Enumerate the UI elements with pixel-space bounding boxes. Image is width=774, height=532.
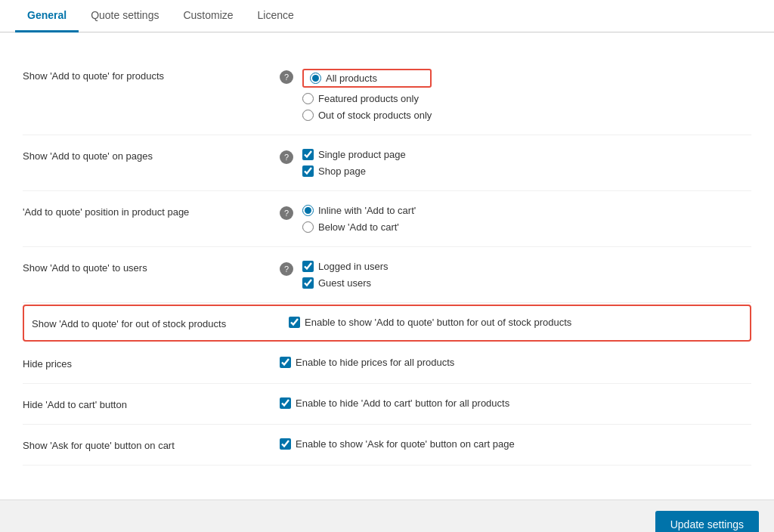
settings-row-show-add-to-quote-out-of-stock: Show 'Add to quote' for out of stock pro… [23, 305, 751, 342]
tab-licence[interactable]: Licence [246, 0, 306, 32]
checkbox-enable-hide-prices[interactable] [280, 357, 291, 368]
page-wrapper: GeneralQuote settingsCustomizeLicence Sh… [0, 0, 774, 532]
settings-row-hide-add-to-cart: Hide 'Add to cart' buttonEnable to hide … [23, 384, 751, 425]
help-icon-show-add-to-quote-pages[interactable]: ? [280, 150, 293, 164]
options-group-hide-add-to-cart: Enable to hide 'Add to cart' button for … [280, 397, 509, 409]
tab-bar: GeneralQuote settingsCustomizeLicence [0, 0, 774, 32]
row-label-show-add-to-quote-products: Show 'Add to quote' for products [23, 69, 280, 82]
options-group-show-add-to-quote-pages: Single product pageShop page [302, 149, 406, 177]
checkbox-guest-users[interactable] [302, 277, 314, 289]
control-area-show-add-to-quote-out-of-stock: Enable to show 'Add to quote' button for… [289, 317, 571, 328]
radio-below-add-to-cart[interactable] [302, 221, 314, 233]
checkbox-shop-page[interactable] [302, 165, 314, 177]
option-enable-out-of-stock[interactable]: Enable to show 'Add to quote' button for… [289, 317, 571, 328]
checkbox-enable-hide-add-to-cart[interactable] [280, 397, 291, 409]
label-below-add-to-cart: Below 'Add to cart' [318, 221, 399, 233]
option-out-of-stock-products[interactable]: Out of stock products only [302, 110, 432, 121]
checkbox-enable-ask-for-quote-cart[interactable] [280, 438, 291, 450]
radio-all-products[interactable] [310, 73, 321, 84]
options-group-show-ask-for-quote-cart: Enable to show 'Ask for quote' button on… [280, 438, 515, 450]
checkbox-enable-out-of-stock[interactable] [289, 317, 300, 328]
control-area-hide-add-to-cart: Enable to hide 'Add to cart' button for … [280, 397, 509, 409]
checkbox-logged-in-users[interactable] [302, 261, 314, 272]
checkbox-single-product-page[interactable] [302, 149, 314, 160]
options-group-show-add-to-quote-out-of-stock: Enable to show 'Add to quote' button for… [289, 317, 571, 328]
footer-bar: Update settings [0, 500, 774, 532]
row-label-show-ask-for-quote-cart: Show 'Ask for quote' button on cart [23, 438, 280, 451]
option-enable-hide-add-to-cart[interactable]: Enable to hide 'Add to cart' button for … [280, 397, 509, 409]
option-below-add-to-cart[interactable]: Below 'Add to cart' [302, 221, 416, 233]
label-guest-users: Guest users [318, 277, 371, 289]
label-enable-out-of-stock: Enable to show 'Add to quote' button for… [305, 317, 571, 328]
option-enable-hide-prices[interactable]: Enable to hide prices for all products [280, 357, 454, 368]
radio-featured-products[interactable] [302, 93, 314, 104]
option-inline-add-to-cart[interactable]: Inline with 'Add to cart' [302, 205, 416, 216]
label-inline-add-to-cart: Inline with 'Add to cart' [318, 205, 416, 216]
label-out-of-stock-products: Out of stock products only [318, 110, 432, 121]
control-area-show-ask-for-quote-cart: Enable to show 'Ask for quote' button on… [280, 438, 515, 450]
radio-out-of-stock-products[interactable] [302, 110, 314, 121]
control-area-show-add-to-quote-users: ?Logged in usersGuest users [280, 261, 389, 289]
option-featured-products[interactable]: Featured products only [302, 93, 432, 104]
option-all-products[interactable]: All products [302, 69, 432, 88]
row-label-show-add-to-quote-users: Show 'Add to quote' to users [23, 261, 280, 274]
control-area-show-add-to-quote-pages: ?Single product pageShop page [280, 149, 406, 177]
label-all-products: All products [326, 73, 377, 84]
help-icon-show-add-to-quote-products[interactable]: ? [280, 70, 293, 84]
options-group-show-add-to-quote-users: Logged in usersGuest users [302, 261, 389, 289]
row-label-show-add-to-quote-out-of-stock: Show 'Add to quote' for out of stock pro… [32, 317, 289, 329]
label-logged-in-users: Logged in users [318, 261, 389, 272]
help-icon-show-add-to-quote-users[interactable]: ? [280, 262, 293, 276]
tab-quote-settings[interactable]: Quote settings [79, 0, 171, 32]
control-area-show-add-to-quote-products: ?All productsFeatured products onlyOut o… [280, 69, 432, 121]
row-label-add-to-quote-position: 'Add to quote' position in product page [23, 205, 280, 218]
update-settings-button[interactable]: Update settings [655, 511, 759, 532]
settings-content: Show 'Add to quote' for products?All pro… [0, 32, 774, 488]
control-area-add-to-quote-position: ?Inline with 'Add to cart'Below 'Add to … [280, 205, 416, 233]
options-group-hide-prices: Enable to hide prices for all products [280, 357, 454, 368]
label-enable-hide-add-to-cart: Enable to hide 'Add to cart' button for … [296, 397, 509, 409]
option-logged-in-users[interactable]: Logged in users [302, 261, 389, 272]
tab-customize[interactable]: Customize [171, 0, 245, 32]
control-area-hide-prices: Enable to hide prices for all products [280, 357, 454, 368]
label-featured-products: Featured products only [318, 93, 419, 104]
radio-inline-add-to-cart[interactable] [302, 205, 314, 216]
settings-row-hide-prices: Hide pricesEnable to hide prices for all… [23, 343, 751, 384]
row-label-hide-prices: Hide prices [23, 357, 280, 370]
label-single-product-page: Single product page [318, 149, 406, 160]
row-label-hide-add-to-cart: Hide 'Add to cart' button [23, 397, 280, 410]
label-shop-page: Shop page [318, 165, 366, 177]
option-guest-users[interactable]: Guest users [302, 277, 389, 289]
tab-general[interactable]: General [15, 0, 79, 32]
settings-row-show-add-to-quote-users: Show 'Add to quote' to users?Logged in u… [23, 247, 751, 303]
settings-row-add-to-quote-position: 'Add to quote' position in product page?… [23, 191, 751, 247]
option-enable-ask-for-quote-cart[interactable]: Enable to show 'Ask for quote' button on… [280, 438, 515, 450]
row-label-show-add-to-quote-pages: Show 'Add to quote' on pages [23, 149, 280, 162]
option-single-product-page[interactable]: Single product page [302, 149, 406, 160]
options-group-show-add-to-quote-products: All productsFeatured products onlyOut of… [302, 69, 432, 121]
label-enable-hide-prices: Enable to hide prices for all products [296, 357, 454, 368]
settings-row-show-add-to-quote-products: Show 'Add to quote' for products?All pro… [23, 55, 751, 135]
settings-row-show-add-to-quote-pages: Show 'Add to quote' on pages?Single prod… [23, 135, 751, 191]
settings-row-show-ask-for-quote-cart: Show 'Ask for quote' button on cartEnabl… [23, 425, 751, 466]
option-shop-page[interactable]: Shop page [302, 165, 406, 177]
label-enable-ask-for-quote-cart: Enable to show 'Ask for quote' button on… [296, 438, 515, 450]
options-group-add-to-quote-position: Inline with 'Add to cart'Below 'Add to c… [302, 205, 416, 233]
help-icon-add-to-quote-position[interactable]: ? [280, 206, 293, 220]
